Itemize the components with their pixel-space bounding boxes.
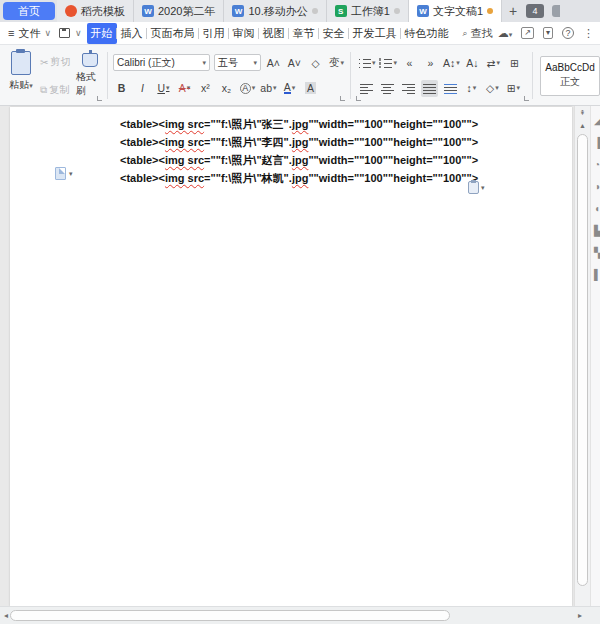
- tab-docer-templates[interactable]: 稻壳模板: [57, 0, 134, 22]
- increase-indent-button[interactable]: »: [422, 54, 439, 71]
- borders-button[interactable]: ⊞▾: [505, 80, 522, 97]
- paragraph-layout-button[interactable]: ⊞: [506, 54, 523, 71]
- justify-button[interactable]: [421, 80, 438, 97]
- modified-dot: [394, 8, 400, 14]
- margin-widget[interactable]: ▾: [55, 167, 73, 180]
- clear-format-icon[interactable]: ◇: [307, 54, 324, 71]
- home-tab[interactable]: 首页: [3, 2, 55, 20]
- numbering-button[interactable]: ▾: [379, 54, 397, 71]
- menu-item[interactable]: 视图: [259, 23, 289, 44]
- italic-button[interactable]: I: [134, 80, 151, 97]
- share-icon[interactable]: ↗: [521, 27, 534, 39]
- chevron-down-icon: ∨: [44, 28, 51, 38]
- find-button[interactable]: ⌕ 查找: [463, 26, 493, 41]
- paste-button[interactable]: 粘贴▾: [4, 51, 38, 103]
- menu-item[interactable]: 插入: [117, 23, 147, 44]
- paste-clipboard-icon: [11, 51, 31, 75]
- docer-icon: [65, 5, 77, 17]
- vertical-scrollbar[interactable]: ⇞ ▲: [574, 106, 590, 606]
- show-marks-button[interactable]: ⇄▾: [485, 54, 502, 71]
- bold-button[interactable]: B: [113, 80, 130, 97]
- switch-window-icon[interactable]: ▾: [543, 27, 553, 39]
- document-page[interactable]: <table><img src=""f:\照片\"张三".jpg""width=…: [10, 107, 572, 606]
- save-icon[interactable]: [59, 28, 70, 38]
- decrease-indent-button[interactable]: «: [401, 54, 418, 71]
- shrink-font-button[interactable]: A˅: [286, 54, 303, 71]
- shading-button[interactable]: ◇▾: [484, 80, 501, 97]
- sort-button[interactable]: A↓: [464, 54, 481, 71]
- align-right-button[interactable]: [400, 80, 417, 97]
- help-icon[interactable]: ?: [562, 27, 574, 39]
- menu-item[interactable]: 开始: [87, 23, 117, 44]
- horizontal-scrollbar[interactable]: ◂ ▸: [0, 606, 600, 624]
- previous-page-button[interactable]: ⇞: [575, 106, 590, 119]
- style-normal[interactable]: AaBbCcDd 正文: [540, 56, 600, 96]
- highlight-button[interactable]: ab▾: [260, 80, 277, 97]
- underline-button[interactable]: U▾: [155, 80, 172, 97]
- cloud-sync-icon[interactable]: ☁▾: [498, 27, 513, 40]
- text-direction-button[interactable]: A↕▾: [443, 54, 460, 71]
- menu-bar: ≡ 文件 ∨ ∨ 开始插入页面布局引用审阅视图章节安全开发工具特色功能 ⌕ 查找…: [0, 22, 600, 45]
- file-icon: [55, 167, 66, 180]
- font-group: Calibri (正文)▾ 五号▾ A˄ A˅ ◇ 变▾ B I U▾ A▾ x…: [111, 48, 347, 103]
- dialog-launcher[interactable]: [97, 96, 102, 101]
- font-color-button[interactable]: A▾: [281, 80, 298, 97]
- cutoff-window-icon: [552, 5, 560, 17]
- bullets-button[interactable]: ▾: [358, 54, 376, 71]
- doc-code-line[interactable]: <table><img src=""f:\照片\"张三".jpg""width=…: [120, 115, 478, 133]
- spreadsheet-icon: S: [335, 5, 347, 17]
- writer-icon: W: [417, 5, 429, 17]
- menu-item[interactable]: 引用: [199, 23, 229, 44]
- file-menu-button[interactable]: ≡ 文件 ∨: [0, 26, 59, 41]
- scroll-up-button[interactable]: ▲: [575, 119, 590, 132]
- dialog-launcher[interactable]: [356, 96, 361, 101]
- grow-font-button[interactable]: A˄: [265, 54, 282, 71]
- menu-item[interactable]: 页面布局: [147, 23, 199, 44]
- distribute-button[interactable]: [442, 80, 459, 97]
- horizontal-scroll-thumb[interactable]: [10, 610, 450, 621]
- save-dropdown-icon[interactable]: ∨: [75, 28, 82, 38]
- menu-item[interactable]: 安全: [319, 23, 349, 44]
- font-size-select[interactable]: 五号▾: [214, 54, 261, 71]
- align-center-button[interactable]: [379, 80, 396, 97]
- text-effects-button[interactable]: A▾: [239, 80, 256, 97]
- doc-code-line[interactable]: <table><img src=""f:\照片\"林凯".jpg""width=…: [120, 169, 478, 187]
- align-left-button[interactable]: [358, 80, 375, 97]
- tab-text-document1[interactable]: W 文字文稿1: [409, 0, 502, 22]
- superscript-button[interactable]: x²: [197, 80, 214, 97]
- menu-item[interactable]: 审阅: [229, 23, 259, 44]
- tab-workbook1[interactable]: S 工作簿1: [327, 0, 409, 22]
- doc-code-line[interactable]: <table><img src=""f:\照片\"李四".jpg""width=…: [120, 133, 478, 151]
- window-tab-bar: 首页 稻壳模板 W 2020第二年 W 10.移动办公 S 工作簿1 W 文字文…: [0, 0, 600, 22]
- dialog-launcher[interactable]: [340, 96, 345, 101]
- vertical-scroll-thumb[interactable]: [577, 134, 588, 586]
- unsaved-dot: [487, 8, 493, 14]
- writer-icon: W: [142, 5, 154, 17]
- new-tab-button[interactable]: +: [502, 0, 524, 22]
- text-tool-icon[interactable]: 变▾: [328, 54, 345, 71]
- hamburger-icon: ≡: [8, 27, 14, 39]
- tab-document-2020[interactable]: W 2020第二年: [134, 0, 224, 22]
- menu-item[interactable]: 开发工具: [349, 23, 401, 44]
- paste-options-widget[interactable]: ▾: [468, 181, 485, 194]
- subscript-button[interactable]: x₂: [218, 80, 235, 97]
- dialog-launcher[interactable]: [524, 96, 529, 101]
- tab-mobile-office[interactable]: W 10.移动办公: [224, 0, 326, 22]
- menu-item[interactable]: 章节: [289, 23, 319, 44]
- menu-item[interactable]: 特色功能: [401, 23, 453, 44]
- line-spacing-button[interactable]: ↕▾: [463, 80, 480, 97]
- doc-code-line[interactable]: <table><img src=""f:\照片\"赵言".jpg""width=…: [120, 151, 478, 169]
- styles-group: AaBbCcDd 正文: [536, 48, 600, 103]
- scroll-right-button[interactable]: ▸: [578, 611, 582, 620]
- window-count-badge[interactable]: 4: [526, 4, 544, 18]
- more-icon[interactable]: ⋮: [583, 27, 594, 40]
- doc-lines[interactable]: <table><img src=""f:\照片\"张三".jpg""width=…: [120, 115, 478, 187]
- strikethrough-button[interactable]: A▾: [176, 80, 193, 97]
- font-name-select[interactable]: Calibri (正文)▾: [113, 54, 210, 71]
- clipboard-group: 粘贴▾ ✂ 剪切 ⧉ 复制 格式刷: [4, 48, 104, 103]
- char-shading-button[interactable]: A: [302, 80, 319, 97]
- menu-tabs: 开始插入页面布局引用审阅视图章节安全开发工具特色功能: [87, 22, 453, 44]
- cut-button[interactable]: ✂ 剪切: [40, 55, 76, 69]
- copy-button[interactable]: ⧉ 复制: [40, 83, 76, 97]
- document-area: <table><img src=""f:\照片\"张三".jpg""width=…: [0, 106, 600, 606]
